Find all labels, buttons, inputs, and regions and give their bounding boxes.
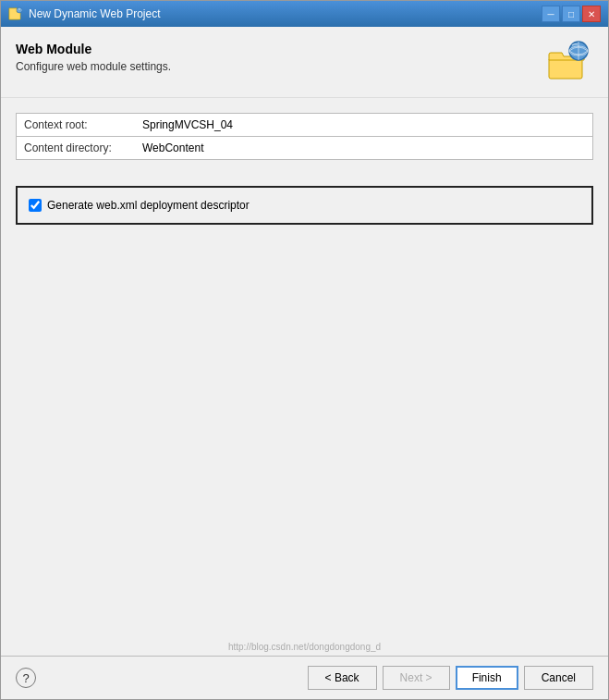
globe-folder-icon — [545, 38, 590, 82]
content-directory-label: Content directory: — [17, 137, 137, 159]
watermark: http://blog.csdn.net/dongdongdong_d — [1, 638, 608, 656]
window-title: New Dynamic Web Project — [29, 7, 161, 20]
title-bar: New Dynamic Web Project ─ □ ✕ — [1, 1, 608, 27]
content-directory-value: WebContent — [137, 137, 592, 159]
main-window: New Dynamic Web Project ─ □ ✕ Web Module… — [0, 0, 609, 700]
back-button[interactable]: < Back — [308, 666, 377, 690]
footer: ? < Back Next > Finish Cancel — [1, 656, 608, 699]
title-bar-left: New Dynamic Web Project — [8, 6, 161, 21]
context-root-label: Context root: — [17, 114, 137, 136]
footer-left: ? — [16, 668, 36, 688]
content-directory-row: Content directory: WebContent — [16, 136, 593, 160]
close-button[interactable]: ✕ — [582, 6, 601, 22]
header-text: Web Module Configure web module settings… — [16, 42, 171, 73]
svg-rect-5 — [549, 58, 582, 79]
cancel-button[interactable]: Cancel — [524, 666, 593, 690]
generate-xml-checkbox[interactable] — [29, 199, 42, 212]
help-button[interactable]: ? — [16, 668, 36, 688]
checkbox-section[interactable]: Generate web.xml deployment descriptor — [16, 186, 593, 225]
footer-buttons: < Back Next > Finish Cancel — [308, 666, 593, 690]
spacer — [1, 236, 608, 638]
header-section: Web Module Configure web module settings… — [1, 27, 608, 98]
header-icon — [545, 38, 593, 86]
page-title: Web Module — [16, 42, 171, 56]
next-button[interactable]: Next > — [383, 666, 450, 690]
page-subtitle: Configure web module settings. — [16, 60, 171, 73]
title-controls: ─ □ ✕ — [542, 6, 601, 22]
window-icon — [8, 6, 23, 21]
minimize-button[interactable]: ─ — [542, 6, 560, 22]
generate-xml-label[interactable]: Generate web.xml deployment descriptor — [47, 199, 250, 212]
context-root-value: SpringMVCSH_04 — [137, 114, 592, 136]
context-root-row: Context root: SpringMVCSH_04 — [16, 113, 593, 136]
form-section: Context root: SpringMVCSH_04 Content dir… — [1, 98, 608, 175]
maximize-button[interactable]: □ — [562, 6, 580, 22]
finish-button[interactable]: Finish — [456, 666, 518, 690]
content-area: Web Module Configure web module settings… — [1, 27, 608, 699]
